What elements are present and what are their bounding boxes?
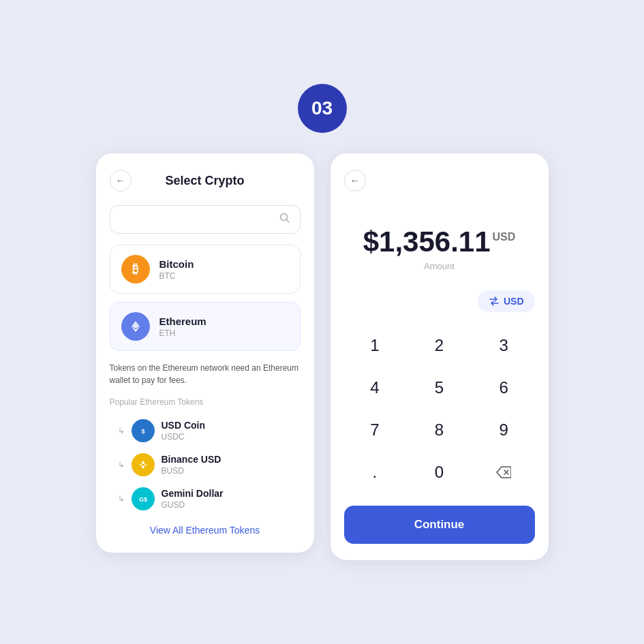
view-all-link[interactable]: View All Ethereum Tokens xyxy=(150,525,260,536)
currency-toggle-row: USD xyxy=(344,290,535,312)
key-9[interactable]: 9 xyxy=(473,410,535,450)
sub-arrow-usdc: ↳ xyxy=(118,426,125,435)
right-panel-header: ← xyxy=(344,170,535,191)
amount-value: $1,356.11USD xyxy=(363,226,516,258)
search-icon xyxy=(279,213,290,226)
btc-ticker: BTC xyxy=(159,271,194,281)
crypto-item-btc[interactable]: ₿ Bitcoin BTC xyxy=(110,245,301,294)
btc-info: Bitcoin BTC xyxy=(159,258,194,281)
busd-icon xyxy=(132,453,155,476)
key-3[interactable]: 3 xyxy=(473,326,535,365)
currency-superscript: USD xyxy=(493,231,516,243)
panels-row: ← Select Crypto ₿ Bitcoin BTC xyxy=(96,153,549,560)
usdc-ticker: USDC xyxy=(162,432,206,442)
left-panel-title: Select Crypto xyxy=(132,174,279,188)
eth-icon xyxy=(121,312,150,341)
busd-ticker: BUSD xyxy=(162,466,221,476)
gusd-name: Gemini Dollar xyxy=(162,488,224,499)
usdc-icon: $ xyxy=(132,419,155,442)
sub-arrow-gusd: ↳ xyxy=(118,494,125,504)
right-back-button[interactable]: ← xyxy=(344,170,366,191)
gusd-ticker: GUSD xyxy=(162,500,224,510)
currency-toggle-button[interactable]: USD xyxy=(478,290,535,312)
key-backspace[interactable] xyxy=(473,453,535,492)
key-2[interactable]: 2 xyxy=(408,326,470,365)
currency-toggle-label: USD xyxy=(504,296,524,307)
svg-text:G$: G$ xyxy=(138,496,147,503)
step-number: 03 xyxy=(311,97,333,119)
view-all-eth[interactable]: View All Ethereum Tokens xyxy=(110,524,301,536)
swap-icon xyxy=(489,296,500,307)
key-0[interactable]: 0 xyxy=(408,453,470,492)
sub-arrow-busd: ↳ xyxy=(118,460,125,470)
btc-icon: ₿ xyxy=(121,255,150,283)
step-badge: 03 xyxy=(298,84,347,133)
amount-display: $1,356.11USD Amount xyxy=(344,205,535,290)
search-box[interactable] xyxy=(110,205,301,234)
continue-button[interactable]: Continue xyxy=(344,506,535,544)
eth-name: Ethereum xyxy=(159,316,206,327)
svg-text:$: $ xyxy=(141,428,144,435)
eth-ticker: ETH xyxy=(159,328,206,338)
sub-item-busd[interactable]: ↳ Binance USD BUSD xyxy=(110,448,301,482)
crypto-item-eth[interactable]: Ethereum ETH xyxy=(110,302,301,351)
left-panel-header: ← Select Crypto xyxy=(110,170,301,191)
busd-name: Binance USD xyxy=(162,454,221,465)
keypad: 1 2 3 4 5 6 7 8 9 . 0 xyxy=(344,326,535,492)
left-back-button[interactable]: ← xyxy=(110,170,132,191)
key-7[interactable]: 7 xyxy=(344,410,406,450)
key-1[interactable]: 1 xyxy=(344,326,406,365)
key-5[interactable]: 5 xyxy=(408,368,470,408)
key-dot[interactable]: . xyxy=(344,453,406,492)
key-4[interactable]: 4 xyxy=(344,368,406,408)
key-6[interactable]: 6 xyxy=(473,368,535,408)
right-panel: ← $1,356.11USD Amount USD 1 2 3 4 5 6 7 xyxy=(331,153,549,560)
svg-marker-2 xyxy=(132,321,140,328)
amount-label: Amount xyxy=(344,261,535,271)
popular-label: Popular Ethereum Tokens xyxy=(110,397,301,407)
search-input[interactable] xyxy=(120,214,279,225)
amount-number: $1,356.11 xyxy=(363,226,491,258)
eth-info: Ethereum ETH xyxy=(159,316,206,338)
eth-description: Tokens on the Ethereum network need an E… xyxy=(110,359,301,395)
left-panel: ← Select Crypto ₿ Bitcoin BTC xyxy=(96,153,314,553)
btc-name: Bitcoin xyxy=(159,258,194,270)
usdc-name: USD Coin xyxy=(162,420,206,431)
gusd-icon: G$ xyxy=(132,487,155,510)
sub-item-usdc[interactable]: ↳ $ USD Coin USDC xyxy=(110,414,301,448)
sub-item-gusd[interactable]: ↳ G$ Gemini Dollar GUSD xyxy=(110,482,301,516)
svg-line-1 xyxy=(286,220,289,223)
key-8[interactable]: 8 xyxy=(408,410,470,450)
